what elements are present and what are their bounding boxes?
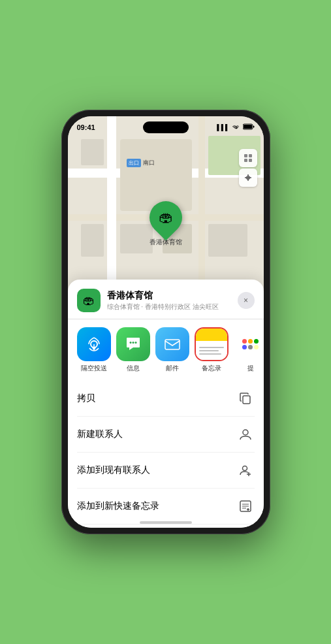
svg-rect-14 [165,340,180,349]
messages-icon [116,327,150,361]
svg-point-13 [134,342,136,344]
battery-icon [243,123,255,131]
location-name: 香港体育馆 [107,290,238,302]
home-indicator [140,521,192,524]
location-info: 香港体育馆 综合体育馆 · 香港特别行政区 油尖旺区 [107,290,238,312]
location-button[interactable] [239,169,257,187]
action-new-contact[interactable]: 新建联系人 [77,417,255,453]
share-item-airdrop[interactable]: 隔空投送 [77,327,111,373]
action-copy[interactable]: 拷贝 [77,381,255,417]
stadium-pin: 🏟 香港体育馆 [150,201,182,247]
notes-icon-wrap [195,327,229,361]
status-icons: ▌▌▌ [217,123,254,131]
map-label: 出口 南口 [127,159,155,167]
location-subtitle: 综合体育馆 · 香港特别行政区 油尖旺区 [107,302,238,312]
svg-point-12 [132,342,134,344]
location-header: 🏟 香港体育馆 综合体育馆 · 香港特别行政区 油尖旺区 × [68,280,264,319]
action-add-contact-label: 添加到现有联系人 [77,464,150,476]
svg-rect-6 [249,159,252,162]
map-view-button[interactable] [239,149,257,167]
map-label-text: 南口 [143,159,155,167]
svg-rect-2 [253,126,254,128]
wifi-icon [232,123,240,131]
more-icon-wrap [234,327,264,361]
svg-rect-15 [243,396,250,404]
phone-frame: 09:41 ▌▌▌ [61,110,270,534]
action-quick-note-label: 添加到新快速备忘录 [77,500,159,512]
share-label-more: 提 [247,364,254,373]
quick-note-icon [236,497,255,515]
svg-point-17 [242,466,247,471]
action-new-contact-label: 新建联系人 [77,428,123,440]
svg-rect-3 [244,154,247,157]
action-quick-note[interactable]: 添加到新快速备忘录 [77,489,255,524]
location-icon: 🏟 [77,289,101,312]
person-add-icon [236,461,255,479]
action-add-contact[interactable]: 添加到现有联系人 [77,453,255,489]
copy-icon [236,389,255,408]
share-item-mail[interactable]: 邮件 [155,327,189,373]
phone-screen: 09:41 ▌▌▌ [68,116,264,528]
share-label-messages: 信息 [127,364,140,373]
action-copy-label: 拷贝 [77,393,95,404]
svg-point-16 [243,430,248,435]
svg-rect-5 [244,159,247,162]
share-item-messages[interactable]: 信息 [116,327,150,373]
svg-rect-4 [249,154,252,157]
share-row: 隔空投送 信息 [68,319,264,381]
share-item-notes[interactable]: 备忘录 [195,327,229,373]
action-print[interactable]: 打印 [77,524,255,528]
map-controls [239,149,257,187]
pin-circle: 🏟 [142,195,189,241]
bottom-sheet: 🏟 香港体育馆 综合体育馆 · 香港特别行政区 油尖旺区 × [68,280,264,528]
share-label-mail: 邮件 [166,364,179,373]
svg-rect-1 [244,125,252,129]
person-icon [236,425,255,443]
action-list: 拷贝 新建联系人 [68,381,264,528]
mail-icon [155,327,189,361]
close-button[interactable]: × [238,292,255,309]
map-label-badge: 出口 [127,159,141,167]
status-time: 09:41 [77,123,95,131]
svg-point-11 [129,342,131,344]
airdrop-icon [77,327,111,361]
stadium-icon: 🏟 [159,209,173,226]
share-item-more[interactable]: 提 [234,327,264,373]
dynamic-island [143,121,189,133]
signal-icon: ▌▌▌ [217,124,229,131]
share-label-airdrop: 隔空投送 [81,364,107,373]
share-label-notes: 备忘录 [202,364,221,373]
